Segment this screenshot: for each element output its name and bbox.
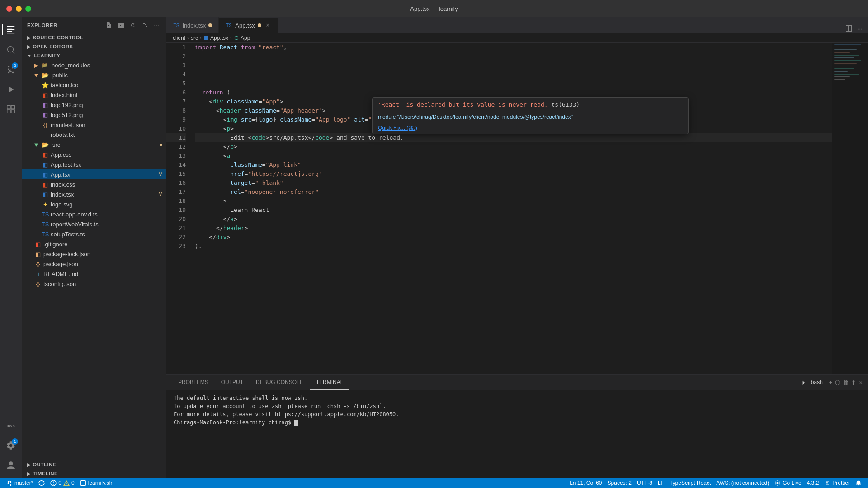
- status-line-ending[interactable]: LF: [655, 478, 667, 488]
- activity-search[interactable]: [2, 41, 20, 59]
- status-language[interactable]: TypeScript React: [667, 478, 713, 488]
- status-project[interactable]: learnify.sln: [77, 478, 116, 488]
- new-file-button[interactable]: [105, 21, 114, 30]
- tree-logo-svg[interactable]: ✦ logo.svg: [22, 199, 166, 209]
- kill-terminal-button[interactable]: 🗑: [843, 379, 849, 386]
- open-editors-section[interactable]: ▶ OPEN EDITORS: [22, 42, 166, 51]
- new-folder-button[interactable]: [117, 21, 126, 30]
- code-line-15: href="https://reactjs.org": [195, 169, 832, 178]
- collapse-button[interactable]: [140, 21, 149, 30]
- tree-app-tsx[interactable]: ◧ App.tsx M: [22, 169, 166, 179]
- quick-fix-link[interactable]: Quick Fix... (⌘.): [378, 125, 417, 131]
- source-control-section[interactable]: ▶ SOURCE CONTROL: [22, 33, 166, 42]
- folder-open-icon: ▼: [33, 141, 40, 148]
- status-branch[interactable]: master*: [4, 478, 36, 488]
- prettier: Prettier: [832, 480, 850, 486]
- tree-item-label: README.md: [43, 271, 166, 277]
- png-file-icon: ◧: [42, 111, 49, 118]
- panel-tab-terminal[interactable]: TERMINAL: [310, 375, 350, 390]
- more-tabs-button[interactable]: ···: [855, 24, 864, 33]
- activity-settings[interactable]: 1: [2, 436, 20, 455]
- tree-index-css[interactable]: ◧ index.css: [22, 179, 166, 189]
- branch-name: master*: [14, 480, 33, 486]
- status-notification[interactable]: [853, 478, 864, 488]
- status-line-col[interactable]: Ln 11, Col 60: [567, 478, 604, 488]
- tree-index-html[interactable]: ◧ index.html: [22, 90, 166, 100]
- tree-logo512[interactable]: ◧ logo512.png: [22, 110, 166, 120]
- tree-package-lock[interactable]: ◧ package-lock.json: [22, 249, 166, 259]
- tree-favicon[interactable]: ⭐ favicon.ico: [22, 80, 166, 90]
- status-aws[interactable]: AWS: (not connected): [713, 478, 772, 488]
- tree-package-json[interactable]: {} package.json: [22, 259, 166, 269]
- svg-rect-13: [834, 55, 859, 56]
- tree-public[interactable]: ▼ 📂 public: [22, 70, 166, 80]
- tree-tsconfig[interactable]: {} tsconfig.json: [22, 279, 166, 289]
- split-editor-button[interactable]: [844, 24, 854, 33]
- activity-explorer[interactable]: [2, 21, 20, 39]
- breadcrumb: client › src › App.tsx › App: [166, 33, 868, 43]
- activity-account[interactable]: [2, 456, 20, 474]
- status-prettier[interactable]: Prettier: [821, 478, 853, 488]
- activity-extensions[interactable]: [2, 100, 20, 118]
- tree-robots[interactable]: ≡ robots.txt: [22, 130, 166, 140]
- tree-app-css[interactable]: ◧ App.css: [22, 150, 166, 160]
- panel-tab-output[interactable]: OUTPUT: [215, 375, 250, 390]
- svg-rect-12: [834, 52, 850, 53]
- tree-app-test[interactable]: ◧ App.test.tsx: [22, 160, 166, 169]
- tree-logo192[interactable]: ◧ logo192.png: [22, 100, 166, 110]
- maximize-panel-button[interactable]: ⬆: [851, 379, 856, 386]
- split-terminal-button[interactable]: ⬡: [835, 379, 840, 386]
- terminal-content[interactable]: The default interactive shell is now zsh…: [166, 390, 868, 478]
- tree-gitignore[interactable]: ◧ .gitignore: [22, 239, 166, 249]
- outline-section[interactable]: ▶ OUTLINE: [22, 460, 166, 469]
- tree-setup-tests[interactable]: TS setupTests.ts: [22, 229, 166, 239]
- close-panel-button[interactable]: ×: [859, 379, 863, 386]
- svg-rect-22: [834, 79, 845, 80]
- activity-remote[interactable]: aws: [2, 417, 20, 435]
- status-go-live[interactable]: Go Live: [772, 478, 804, 488]
- tree-env-dts[interactable]: TS react-app-env.d.ts: [22, 209, 166, 219]
- project-chevron: ▼: [27, 53, 32, 58]
- tree-report-web-vitals[interactable]: TS reportWebVitals.ts: [22, 219, 166, 229]
- status-spaces[interactable]: Spaces: 2: [605, 478, 634, 488]
- status-encoding[interactable]: UTF-8: [634, 478, 655, 488]
- breadcrumb-apptsx[interactable]: App.tsx: [203, 35, 228, 41]
- minimize-button[interactable]: [16, 6, 22, 12]
- sidebar: EXPLORER ··· ▶ SOURCE CONTROL: [22, 17, 166, 478]
- tree-index-tsx[interactable]: ◧ index.tsx M: [22, 189, 166, 199]
- panel-tab-label: OUTPUT: [221, 379, 243, 385]
- breadcrumb-src[interactable]: src: [191, 35, 198, 41]
- tree-src[interactable]: ▼ 📂 src ●: [22, 140, 166, 150]
- status-version[interactable]: 4.3.2: [804, 478, 822, 488]
- terminal-line-1: The default interactive shell is now zsh…: [174, 394, 861, 402]
- status-sync[interactable]: [36, 478, 47, 488]
- source-control-label: SOURCE CONTROL: [33, 35, 84, 40]
- close-button[interactable]: [6, 6, 12, 12]
- tree-manifest[interactable]: {} manifest.json: [22, 120, 166, 130]
- tab-index-tsx[interactable]: TS index.tsx: [166, 17, 219, 33]
- tab-app-tsx[interactable]: TS App.tsx ×: [219, 17, 278, 33]
- folder-icon: ▶: [33, 61, 40, 69]
- tree-node-modules[interactable]: ▶ 📁 node_modules: [22, 60, 166, 70]
- more-actions-button[interactable]: ···: [152, 21, 161, 30]
- activity-source-control[interactable]: 2: [2, 61, 20, 79]
- tree-readme[interactable]: ℹ README.md: [22, 269, 166, 279]
- tree-item-label: App.css: [51, 151, 166, 158]
- status-errors[interactable]: 0 0: [47, 478, 77, 488]
- editor-content: 'React' is declared but its value is nev…: [166, 43, 868, 374]
- md-file-icon: ℹ: [34, 270, 42, 277]
- code-editor[interactable]: import React from "react"; return ( <div…: [191, 43, 832, 374]
- breadcrumb-client[interactable]: client: [173, 35, 185, 41]
- svg-rect-10: [834, 47, 852, 47]
- panel-tab-debug[interactable]: DEBUG CONSOLE: [250, 375, 310, 390]
- svg-rect-4: [11, 106, 14, 109]
- tab-close-button[interactable]: ×: [264, 22, 271, 29]
- activity-run[interactable]: [2, 80, 20, 99]
- timeline-section[interactable]: ▶ TIMELINE: [22, 469, 166, 478]
- panel-tab-problems[interactable]: PROBLEMS: [172, 375, 215, 390]
- refresh-button[interactable]: [128, 21, 137, 30]
- new-terminal-button[interactable]: +: [829, 379, 833, 386]
- breadcrumb-app-class[interactable]: App: [234, 35, 250, 41]
- project-section[interactable]: ▼ LEARNIFY: [22, 51, 166, 60]
- maximize-button[interactable]: [25, 6, 31, 12]
